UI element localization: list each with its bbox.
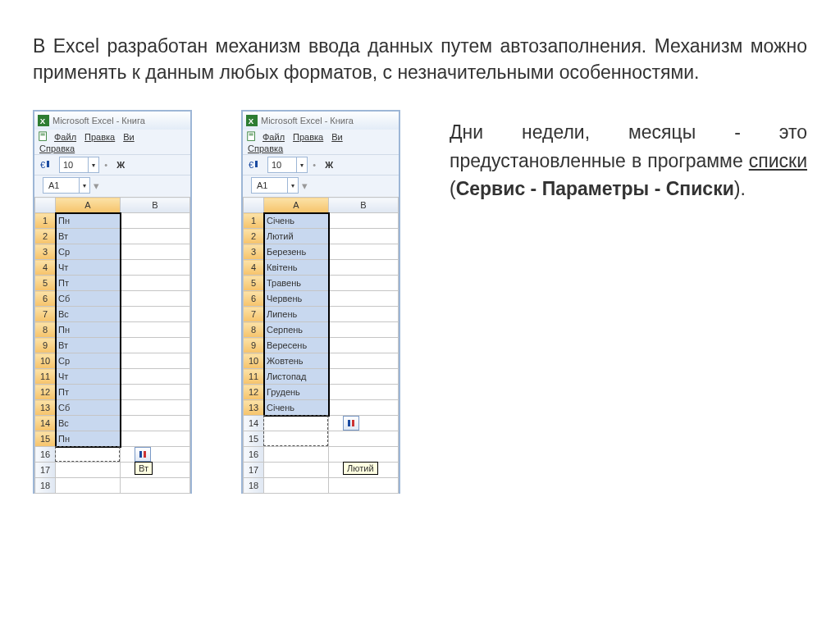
cell[interactable] <box>264 416 329 431</box>
euro-button[interactable]: € <box>246 157 262 173</box>
row-header[interactable]: 6 <box>244 291 264 307</box>
row-header[interactable]: 5 <box>35 276 56 291</box>
cell[interactable]: Березень <box>264 244 329 260</box>
cell[interactable] <box>121 244 190 260</box>
cell[interactable] <box>121 260 190 276</box>
cell[interactable] <box>121 322 190 338</box>
cell[interactable] <box>121 229 190 244</box>
cell[interactable] <box>121 307 190 322</box>
cell[interactable] <box>264 463 329 478</box>
bold-button[interactable]: Ж <box>112 157 129 173</box>
row-header[interactable]: 8 <box>35 322 56 338</box>
cell[interactable]: Пн <box>56 213 121 229</box>
row-header[interactable]: 8 <box>244 322 264 338</box>
row-header[interactable]: 2 <box>244 229 264 244</box>
name-box[interactable]: A1 ▾ <box>251 177 299 194</box>
cell[interactable] <box>121 213 190 229</box>
cell[interactable]: Пт <box>56 276 121 291</box>
cell[interactable] <box>329 291 399 307</box>
cell[interactable]: Грудень <box>264 385 329 400</box>
cell[interactable] <box>329 400 399 416</box>
row-header[interactable]: 3 <box>35 244 56 260</box>
cell[interactable] <box>329 276 399 291</box>
cell[interactable]: Чт <box>56 260 121 276</box>
cell[interactable]: Травень <box>264 276 329 291</box>
cell[interactable]: Липень <box>264 307 329 322</box>
cell[interactable]: Чт <box>56 369 121 385</box>
row-header[interactable]: 11 <box>35 369 56 385</box>
row-header[interactable]: 17 <box>244 463 264 478</box>
row-header[interactable]: 6 <box>35 291 56 307</box>
cell[interactable] <box>56 447 121 463</box>
row-header[interactable]: 10 <box>244 353 264 369</box>
cell[interactable] <box>329 229 399 244</box>
cell[interactable]: Сб <box>56 291 121 307</box>
row-header[interactable]: 15 <box>35 431 56 447</box>
column-header-b[interactable]: B <box>329 198 399 213</box>
cell[interactable] <box>121 400 190 416</box>
font-size-dropdown[interactable]: 10 ▾ <box>267 157 308 173</box>
row-header[interactable]: 9 <box>35 338 56 353</box>
cell[interactable] <box>329 478 399 494</box>
cell[interactable] <box>329 338 399 353</box>
cell[interactable]: Листопад <box>264 369 329 385</box>
cell[interactable] <box>121 353 190 369</box>
cell[interactable] <box>329 385 399 400</box>
cell[interactable]: Квітень <box>264 260 329 276</box>
cell[interactable] <box>329 431 399 447</box>
cell[interactable] <box>329 307 399 322</box>
autofill-options-icon[interactable] <box>343 416 359 431</box>
cell[interactable] <box>264 478 329 494</box>
cell[interactable] <box>329 322 399 338</box>
row-header[interactable]: 7 <box>244 307 264 322</box>
cell[interactable] <box>121 463 190 478</box>
menu-help[interactable]: Справка <box>39 144 75 153</box>
cell[interactable]: Жовтень <box>264 353 329 369</box>
row-header[interactable]: 14 <box>35 416 56 431</box>
menu-view-trunc[interactable]: Ви <box>120 131 137 143</box>
cell[interactable] <box>264 431 329 447</box>
cell[interactable]: Вересень <box>264 338 329 353</box>
row-header[interactable]: 13 <box>244 400 264 416</box>
menu-file[interactable]: Файл <box>51 131 80 143</box>
cell[interactable] <box>329 369 399 385</box>
row-header[interactable]: 12 <box>244 385 264 400</box>
select-all-corner[interactable] <box>35 198 56 213</box>
cell[interactable] <box>329 213 399 229</box>
cell[interactable]: Пн <box>56 322 121 338</box>
cell[interactable] <box>121 478 190 494</box>
autofill-options-icon[interactable] <box>135 447 151 462</box>
cell[interactable]: Пт <box>56 385 121 400</box>
cell[interactable] <box>56 463 121 478</box>
menu-file[interactable]: Файл <box>259 131 288 143</box>
row-header[interactable]: 9 <box>244 338 264 353</box>
cell[interactable]: Січень <box>264 213 329 229</box>
row-header[interactable]: 12 <box>35 385 56 400</box>
row-header[interactable]: 10 <box>35 353 56 369</box>
menu-edit[interactable]: Правка <box>81 131 118 143</box>
row-header[interactable]: 5 <box>244 276 264 291</box>
cell[interactable] <box>121 291 190 307</box>
menu-view-trunc[interactable]: Ви <box>328 131 345 143</box>
row-header[interactable]: 18 <box>244 478 264 494</box>
menu-edit[interactable]: Правка <box>290 131 326 143</box>
cell[interactable] <box>121 338 190 353</box>
cell[interactable]: Сб <box>56 400 121 416</box>
row-header[interactable]: 4 <box>244 260 264 276</box>
row-header[interactable]: 11 <box>244 369 264 385</box>
row-header[interactable]: 17 <box>35 463 56 478</box>
cell[interactable] <box>329 416 399 431</box>
row-header[interactable]: 2 <box>35 229 56 244</box>
cell[interactable]: Червень <box>264 291 329 307</box>
row-header[interactable]: 16 <box>35 447 56 463</box>
cell[interactable] <box>121 416 190 431</box>
cell[interactable] <box>329 260 399 276</box>
select-all-corner[interactable] <box>244 198 264 213</box>
row-header[interactable]: 13 <box>35 400 56 416</box>
font-size-dropdown[interactable]: 10 ▾ <box>59 157 99 173</box>
column-header-a[interactable]: A <box>264 198 329 213</box>
cell[interactable]: Ср <box>56 353 121 369</box>
cell[interactable] <box>329 447 399 463</box>
cell[interactable]: Вс <box>56 416 121 431</box>
cell[interactable] <box>121 431 190 447</box>
